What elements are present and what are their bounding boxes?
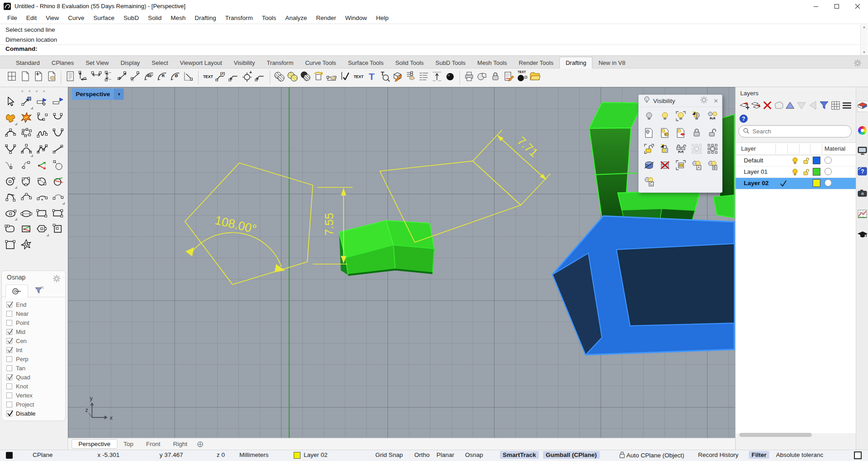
osnap-checkbox-vertex[interactable]: [6, 392, 12, 398]
status-osnap[interactable]: Osnap: [465, 451, 483, 458]
status-z-0[interactable]: z 0: [217, 451, 225, 458]
viewport-label-text[interactable]: Perspective: [72, 91, 114, 98]
osnap-tab-filter[interactable]: [28, 284, 50, 297]
viewport-perspective[interactable]: 108.00° 7.55 7.71: [68, 87, 735, 438]
dimension-radius-button[interactable]: R: [156, 70, 169, 85]
sidebar-tool-blend-curve[interactable]: [2, 158, 18, 174]
layers-group-button[interactable]: [773, 101, 783, 111]
layer-row-layer-02[interactable]: Layer 02: [736, 178, 856, 189]
help-icon[interactable]: ?: [739, 114, 748, 125]
sidebar-tool-curve-interpolate[interactable]: [34, 110, 50, 126]
visibility-hide-points-button[interactable]: [689, 142, 704, 158]
hatch-multiple-button[interactable]: [299, 70, 312, 85]
layers-panel-menu-button[interactable]: [841, 101, 851, 111]
layer-search[interactable]: [738, 125, 852, 137]
menu-subd[interactable]: SubD: [119, 15, 144, 21]
annotation-dot-solid-button[interactable]: [444, 70, 457, 85]
angle-dimension[interactable]: 108.00°: [185, 213, 285, 272]
dimension-vertical-button[interactable]: [103, 70, 116, 85]
dimension-aligned-button[interactable]: [116, 70, 130, 85]
sidebar-tool-arc-blend[interactable]: [2, 126, 18, 142]
status-smarttrack[interactable]: SmartTrack: [500, 451, 539, 459]
visibility-hide-objects-button[interactable]: [641, 109, 657, 125]
command-scrollbar[interactable]: ▲ ▼: [860, 25, 868, 55]
sidebar-tool-ellipse-diameter[interactable]: [18, 206, 34, 221]
status-x-5-301[interactable]: x -5.301: [97, 451, 120, 458]
layer-lock-icon[interactable]: [802, 168, 810, 177]
menu-help[interactable]: Help: [372, 15, 393, 21]
leader-button[interactable]: [228, 70, 241, 85]
visibility-gear-icon[interactable]: [699, 95, 709, 107]
status-millimeters[interactable]: Millimeters: [239, 451, 269, 458]
visibility-show-in-viewport-button[interactable]: [673, 158, 689, 174]
sidebar-tool-arc-center[interactable]: [2, 190, 18, 206]
osnap-checkbox-mid[interactable]: [6, 329, 12, 335]
menu-analyze[interactable]: Analyze: [281, 15, 311, 21]
annotation-folder-button[interactable]: [529, 70, 542, 85]
sidebar-tool-star[interactable]: [18, 237, 34, 253]
visibility-remove-clipping-plane-button[interactable]: [657, 158, 673, 174]
import-page-button[interactable]: [32, 70, 45, 85]
make-2d-button[interactable]: [391, 70, 404, 85]
status-planar[interactable]: Planar: [436, 451, 454, 458]
strip-layers-tab[interactable]: [857, 101, 868, 112]
strip-materials-tab[interactable]: [857, 125, 868, 136]
viewport-tab-top[interactable]: Top: [117, 440, 140, 448]
scroll-up-icon[interactable]: ▲: [861, 25, 868, 30]
find-text-button[interactable]: T: [378, 70, 391, 85]
viewport-tab-perspective[interactable]: Perspective: [72, 439, 117, 449]
sidebar-tool-annotate-bar[interactable]: [50, 94, 66, 110]
status-absolute-toleranc[interactable]: Absolute toleranc: [776, 451, 823, 458]
ribbon-tab-select[interactable]: Select: [146, 57, 174, 68]
visibility-close-icon[interactable]: ✕: [713, 98, 718, 104]
diagonal-dimension[interactable]: 7.71: [473, 130, 550, 205]
sidebar-tool-select[interactable]: [2, 94, 18, 110]
sidebar-tool-point-cloud[interactable]: [18, 126, 34, 142]
lock-annotation-button[interactable]: [489, 70, 502, 85]
layer-visibility-bulb-icon[interactable]: [791, 168, 799, 177]
sidebar-tool-match-curve[interactable]: [18, 158, 34, 174]
strip-named-views-tab[interactable]: [857, 189, 868, 199]
notes-page-button[interactable]: [502, 70, 515, 85]
menu-render[interactable]: Render: [311, 15, 340, 21]
sidebar-tool-arc-3pt[interactable]: [18, 190, 34, 206]
ribbon-tab-render-tools[interactable]: Render Tools: [513, 57, 559, 68]
osnap-checkbox-cen[interactable]: [6, 338, 12, 344]
hatch-solid-button[interactable]: [286, 70, 299, 85]
layers-move-down-button[interactable]: [796, 101, 806, 111]
menu-edit[interactable]: Edit: [22, 15, 41, 21]
layers-move-up-button[interactable]: [785, 101, 795, 111]
sidebar-tool-line[interactable]: [50, 142, 66, 158]
current-layer-swatch[interactable]: [294, 452, 301, 459]
green-boxes-object[interactable]: [339, 221, 434, 275]
visibility-hide-in-detail-button[interactable]: [641, 125, 657, 142]
layer-row-layer-01[interactable]: Layer 01: [736, 167, 856, 178]
ribbon-tab-set-view[interactable]: Set View: [80, 57, 115, 68]
annotation-styles-button[interactable]: [417, 70, 431, 85]
minimize-button[interactable]: [805, 0, 826, 12]
visibility-show-points-button[interactable]: [704, 142, 720, 158]
ribbon-tab-cplanes[interactable]: CPlanes: [46, 57, 80, 68]
revision-arrow-button[interactable]: [312, 70, 325, 85]
visibility-panel-header[interactable]: Visibility ✕: [639, 95, 722, 107]
sidebar-tool-polyline[interactable]: [34, 142, 50, 158]
text-dot-button[interactable]: TEXT: [515, 70, 529, 85]
ribbon-tab-drafting[interactable]: Drafting: [559, 57, 593, 69]
notes-button[interactable]: [64, 70, 77, 85]
viewport-dropdown-icon[interactable]: ▼: [114, 88, 124, 100]
sidebar-tool-arc-start-end[interactable]: [34, 190, 50, 206]
sidebar-tool-square[interactable]: [2, 237, 18, 253]
close-button[interactable]: [847, 0, 868, 12]
new-page-button[interactable]: [19, 70, 32, 85]
sidebar-tool-rectangle-center[interactable]: [18, 221, 34, 237]
layers-new-sublayer-button[interactable]: [751, 101, 761, 111]
current-layer-check-icon[interactable]: [779, 179, 787, 189]
sidebar-tool-parabola[interactable]: [2, 142, 18, 158]
sidebar-tool-curve-v[interactable]: [50, 126, 66, 142]
strip-display-tab[interactable]: [857, 146, 868, 157]
status-cplane[interactable]: CPlane: [33, 451, 53, 458]
visibility-show-in-detail-button[interactable]: [657, 125, 673, 142]
menu-drafting[interactable]: Drafting: [190, 15, 220, 21]
visibility-swap-hidden-button[interactable]: [689, 109, 704, 125]
status-grid-snap[interactable]: Grid Snap: [375, 451, 403, 458]
